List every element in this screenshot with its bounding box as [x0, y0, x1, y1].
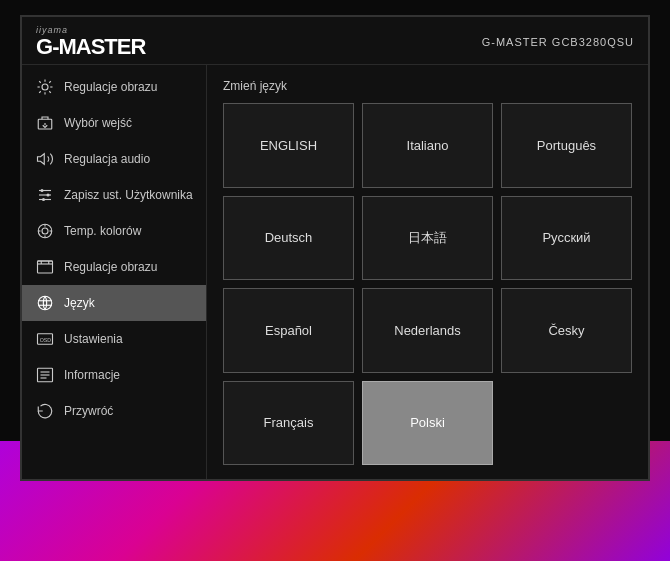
- color-temp-icon: [34, 220, 56, 242]
- brand-gmaster: G-MASTER: [36, 36, 145, 58]
- svg-line-3: [39, 81, 41, 83]
- sidebar-label-zapisz-ust: Zapisz ust. Użytkownika: [64, 188, 193, 202]
- svg-point-15: [41, 189, 44, 192]
- sidebar-item-przywroc[interactable]: Przywróć: [22, 393, 206, 429]
- lang-btn-italiano[interactable]: Italiano: [362, 103, 493, 188]
- lang-btn-polski[interactable]: Polski: [362, 381, 493, 466]
- lang-btn-cesky[interactable]: Česky: [501, 288, 632, 373]
- lang-btn-portugues[interactable]: Português: [501, 103, 632, 188]
- panel-title: Zmień język: [223, 79, 632, 93]
- audio-icon: [34, 148, 56, 170]
- sidebar-label-regulacje-obrazu-2: Regulacje obrazu: [64, 260, 157, 274]
- main-panel: Zmień język ENGLISH Italiano Português D…: [207, 65, 648, 479]
- language-icon: [34, 292, 56, 314]
- input-icon: [34, 112, 56, 134]
- brightness-icon: [34, 76, 56, 98]
- sidebar-item-wybor-wejsc[interactable]: Wybór wejść: [22, 105, 206, 141]
- sidebar-label-ustawienia: Ustawienia: [64, 332, 123, 346]
- master-text: MASTER: [58, 34, 145, 59]
- sidebar-label-regulacja-audio: Regulacja audio: [64, 152, 150, 166]
- lang-btn-russian[interactable]: Русский: [501, 196, 632, 281]
- svg-line-4: [49, 91, 51, 93]
- svg-point-29: [38, 296, 52, 310]
- svg-point-17: [42, 198, 45, 201]
- model-name: G-MASTER GCB3280QSU: [482, 36, 634, 48]
- settings-sliders-icon: [34, 184, 56, 206]
- svg-line-7: [39, 91, 41, 93]
- sidebar-item-regulacje-obrazu-2[interactable]: Regulacje obrazu: [22, 249, 206, 285]
- logo-area: iiyama G-MASTER: [36, 26, 145, 58]
- language-grid: ENGLISH Italiano Português Deutsch 日本語 Р…: [223, 103, 632, 465]
- svg-rect-24: [38, 261, 53, 273]
- sidebar-label-temp-kolorow: Temp. kolorów: [64, 224, 141, 238]
- lang-btn-english[interactable]: ENGLISH: [223, 103, 354, 188]
- sidebar: Regulacje obrazu Wybór wejść Regulacja a…: [22, 65, 207, 479]
- sidebar-item-ustawienia[interactable]: OSD Ustawienia: [22, 321, 206, 357]
- svg-point-0: [42, 84, 48, 90]
- content-area: Regulacje obrazu Wybór wejść Regulacja a…: [22, 65, 648, 479]
- sidebar-item-zapisz-ust[interactable]: Zapisz ust. Użytkownika: [22, 177, 206, 213]
- sidebar-label-jezyk: Język: [64, 296, 95, 310]
- sidebar-item-informacje[interactable]: Informacje: [22, 357, 206, 393]
- svg-line-8: [49, 81, 51, 83]
- g-letter: G: [36, 34, 52, 59]
- sidebar-item-jezyk[interactable]: Język: [22, 285, 206, 321]
- reset-icon: [34, 400, 56, 422]
- lang-btn-espanol[interactable]: Español: [223, 288, 354, 373]
- lang-btn-francais[interactable]: Français: [223, 381, 354, 466]
- image-icon: [34, 256, 56, 278]
- svg-text:OSD: OSD: [40, 337, 52, 343]
- sidebar-item-regulacje-obrazu-1[interactable]: Regulacje obrazu: [22, 69, 206, 105]
- lang-btn-deutsch[interactable]: Deutsch: [223, 196, 354, 281]
- svg-point-19: [42, 228, 48, 234]
- monitor-screen: iiyama G-MASTER G-MASTER GCB3280QSU Regu…: [20, 15, 650, 481]
- sidebar-label-wybor-wejsc: Wybór wejść: [64, 116, 132, 130]
- lang-empty-cell: [501, 381, 632, 466]
- header: iiyama G-MASTER G-MASTER GCB3280QSU: [22, 17, 648, 65]
- sidebar-item-regulacja-audio[interactable]: Regulacja audio: [22, 141, 206, 177]
- svg-point-16: [47, 194, 50, 197]
- sidebar-item-temp-kolorow[interactable]: Temp. kolorów: [22, 213, 206, 249]
- lang-btn-japanese[interactable]: 日本語: [362, 196, 493, 281]
- svg-marker-11: [38, 154, 45, 165]
- sidebar-label-informacje: Informacje: [64, 368, 120, 382]
- info-icon: [34, 364, 56, 386]
- lang-btn-nederlands[interactable]: Nederlands: [362, 288, 493, 373]
- osd-icon: OSD: [34, 328, 56, 350]
- sidebar-label-regulacje-obrazu-1: Regulacje obrazu: [64, 80, 157, 94]
- sidebar-label-przywroc: Przywróć: [64, 404, 113, 418]
